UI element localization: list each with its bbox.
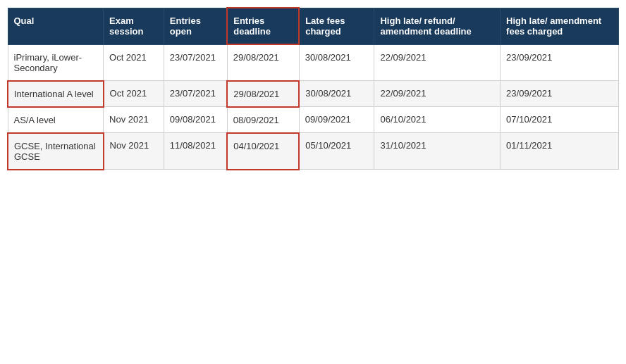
td-entries-deadline: 04/10/2021 <box>227 133 299 170</box>
td-high-late-refund: 22/09/2021 <box>374 81 501 107</box>
td-exam-session: Oct 2021 <box>104 44 164 81</box>
td-high-late-refund: 22/09/2021 <box>374 44 501 81</box>
td-entries-open: 23/07/2021 <box>164 44 227 81</box>
th-late-fees-charged: Late fees charged <box>299 8 374 44</box>
td-qual: GCSE, International GCSE <box>8 133 104 170</box>
td-late-fees: 30/08/2021 <box>299 44 374 81</box>
td-late-fees: 30/08/2021 <box>299 81 374 107</box>
td-qual: AS/A level <box>8 107 104 133</box>
td-high-late-amendment: 07/10/2021 <box>501 107 619 133</box>
header-row: Qual Exam session Entries open Entries d… <box>8 8 619 44</box>
td-high-late-refund: 31/10/2021 <box>374 133 501 170</box>
td-high-late-amendment: 01/11/2021 <box>501 133 619 170</box>
table-body: iPrimary, iLower-SecondaryOct 202123/07/… <box>8 44 619 170</box>
td-high-late-refund: 06/10/2021 <box>374 107 501 133</box>
th-exam-session: Exam session <box>104 8 164 44</box>
td-high-late-amendment: 23/09/2021 <box>501 81 619 107</box>
td-entries-open: 11/08/2021 <box>164 133 227 170</box>
td-entries-deadline: 29/08/2021 <box>227 44 299 81</box>
td-qual: International A level <box>8 81 104 107</box>
th-high-late-amendment: High late/ amendment fees charged <box>501 8 619 44</box>
table-row: AS/A levelNov 202109/08/202108/09/202109… <box>8 107 619 133</box>
th-entries-deadline: Entries deadline <box>227 8 299 44</box>
table-row: International A levelOct 202123/07/20212… <box>8 81 619 107</box>
th-qual: Qual <box>8 8 104 44</box>
td-entries-deadline: 08/09/2021 <box>227 107 299 133</box>
td-late-fees: 09/09/2021 <box>299 107 374 133</box>
table-row: iPrimary, iLower-SecondaryOct 202123/07/… <box>8 44 619 81</box>
table-wrapper: Qual Exam session Entries open Entries d… <box>0 0 626 177</box>
td-late-fees: 05/10/2021 <box>299 133 374 170</box>
td-exam-session: Nov 2021 <box>104 107 164 133</box>
td-qual: iPrimary, iLower-Secondary <box>8 44 104 81</box>
td-high-late-amendment: 23/09/2021 <box>501 44 619 81</box>
th-high-late-refund: High late/ refund/ amendment deadline <box>374 8 501 44</box>
main-table: Qual Exam session Entries open Entries d… <box>7 7 619 170</box>
th-entries-open: Entries open <box>164 8 227 44</box>
td-entries-deadline: 29/08/2021 <box>227 81 299 107</box>
table-row: GCSE, International GCSENov 202111/08/20… <box>8 133 619 170</box>
td-exam-session: Nov 2021 <box>104 133 164 170</box>
td-exam-session: Oct 2021 <box>104 81 164 107</box>
td-entries-open: 23/07/2021 <box>164 81 227 107</box>
td-entries-open: 09/08/2021 <box>164 107 227 133</box>
